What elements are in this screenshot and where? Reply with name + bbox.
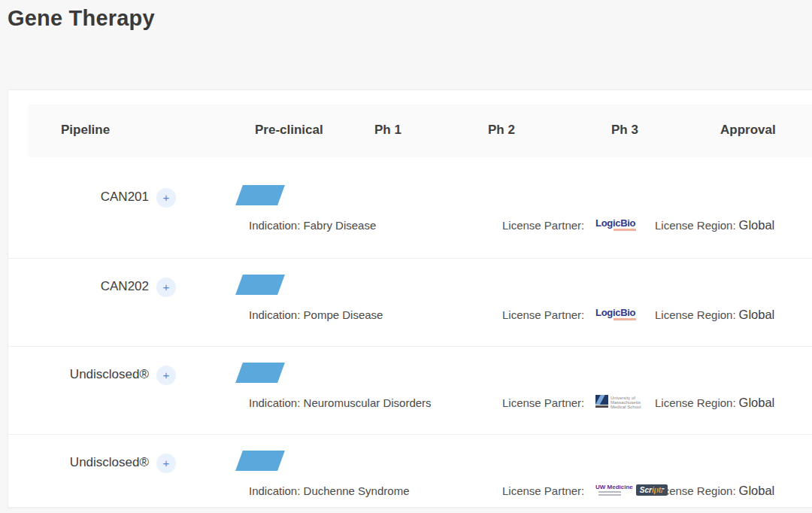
umass-badge-icon xyxy=(595,395,608,405)
license-partner-logo: LogicBio xyxy=(595,303,636,324)
table-header: Pipeline Pre-clinical Ph 1 Ph 2 Ph 3 App… xyxy=(28,105,812,157)
license-region-text: License Region:Global xyxy=(655,484,774,498)
logicbio-sub-bar xyxy=(614,318,636,320)
page-title: Gene Therapy xyxy=(8,6,155,31)
uw-medicine-sub-bar xyxy=(598,494,621,496)
pipeline-name: CAN201 xyxy=(8,190,149,205)
table-row: Undisclosed® + Indication: Duchenne Synd… xyxy=(8,434,812,508)
stage-bar-preclinical xyxy=(235,451,285,471)
table-row: Undisclosed® + Indication: Neuromuscular… xyxy=(8,346,812,435)
table-row: CAN202 + Indication: Pompe Disease Licen… xyxy=(8,258,812,347)
pipeline-name: Undisclosed® xyxy=(8,455,149,470)
license-partner-logo: University of Massachusetts Medical Scho… xyxy=(595,391,641,412)
indication-text: Indication: Neuromuscular Disorders xyxy=(249,396,432,409)
expand-button[interactable]: + xyxy=(156,188,176,208)
stage-bar-preclinical xyxy=(235,363,285,383)
indication-text: Indication: Fabry Disease xyxy=(249,219,376,232)
stage-bar-preclinical xyxy=(235,275,285,295)
column-header-pipeline: Pipeline xyxy=(61,123,110,138)
gene-therapy-page: Gene Therapy Pipeline Pre-clinical Ph 1 … xyxy=(0,0,812,513)
uw-medicine-logo: UW Medicine xyxy=(595,484,633,496)
pipeline-name: Undisclosed® xyxy=(8,367,149,382)
column-header-preclinical: Pre-clinical xyxy=(255,123,323,138)
logicbio-logo: LogicBio xyxy=(595,308,636,320)
logicbio-logo: LogicBio xyxy=(595,218,636,231)
license-partner-label: License Partner: xyxy=(502,396,584,409)
column-header-ph2: Ph 2 xyxy=(488,123,515,138)
license-partner-label: License Partner: xyxy=(502,484,584,497)
logicbio-sub-bar xyxy=(614,229,636,231)
column-header-approval: Approval xyxy=(720,123,776,138)
expand-button[interactable]: + xyxy=(156,454,176,473)
indication-text: Indication: Duchenne Syndrome xyxy=(249,484,409,497)
license-region-text: License Region:Global xyxy=(655,218,774,232)
table-row: CAN201 + Indication: Fabry Disease Licen… xyxy=(8,169,812,257)
column-header-ph3: Ph 3 xyxy=(611,123,638,138)
stage-bar-preclinical xyxy=(235,185,285,205)
column-header-ph1: Ph 1 xyxy=(374,123,401,138)
pipeline-table-card: Pipeline Pre-clinical Ph 1 Ph 2 Ph 3 App… xyxy=(8,90,812,508)
expand-button[interactable]: + xyxy=(156,366,176,385)
license-region-text: License Region:Global xyxy=(655,308,774,322)
license-partner-label: License Partner: xyxy=(502,308,584,321)
uw-medicine-sub-bar xyxy=(598,491,621,493)
umass-wordmark-bar xyxy=(595,405,608,408)
license-partner-logo: LogicBio xyxy=(595,214,636,235)
umass-medical-school-logo: University of Massachusetts Medical Scho… xyxy=(595,395,641,409)
expand-button[interactable]: + xyxy=(156,278,176,297)
license-region-text: License Region:Global xyxy=(655,396,774,410)
indication-text: Indication: Pompe Disease xyxy=(249,308,383,321)
license-partner-label: License Partner: xyxy=(502,219,584,232)
pipeline-name: CAN202 xyxy=(8,279,149,294)
umass-text: University of Massachusetts Medical Scho… xyxy=(611,395,641,409)
